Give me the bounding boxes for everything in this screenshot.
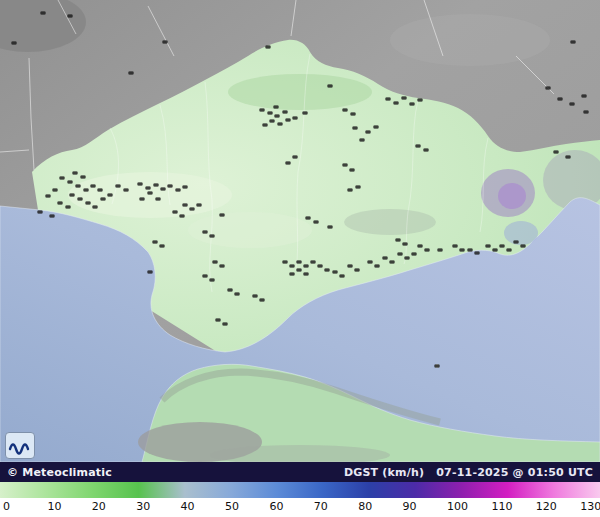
legend-tick-label: 70	[314, 500, 328, 513]
meteoclimatic-logo	[5, 432, 35, 459]
legend-tick-label: 40	[181, 500, 195, 513]
copyright-label: © Meteoclimatic	[7, 466, 112, 479]
legend-tick-label: 20	[92, 500, 106, 513]
legend-tick-label: 130	[580, 500, 600, 513]
product-label: DGST (km/h)	[344, 466, 424, 479]
map-canvas	[0, 0, 600, 462]
product-info: DGST (km/h) 07-11-2025 @ 01:50 UTC	[344, 466, 593, 479]
legend-tick-label: 50	[225, 500, 239, 513]
legend-gradient	[0, 482, 600, 498]
legend-tick-label: 110	[491, 500, 512, 513]
timestamp-label: 07-11-2025 @ 01:50 UTC	[436, 466, 593, 479]
legend-tick-label: 10	[47, 500, 61, 513]
legend-tick-label: 30	[136, 500, 150, 513]
wave-icon	[8, 437, 32, 455]
legend-tick-label: 60	[269, 500, 283, 513]
legend-ticks: 0102030405060708090100110120130	[0, 498, 600, 517]
legend-tick-label: 120	[536, 500, 557, 513]
alboran-island	[435, 364, 439, 368]
footer-bar: © Meteoclimatic DGST (km/h) 07-11-2025 @…	[0, 462, 600, 482]
map-image	[0, 0, 600, 462]
legend-tick-label: 0	[3, 500, 10, 513]
legend-tick-label: 90	[403, 500, 417, 513]
legend-tick-label: 100	[447, 500, 468, 513]
legend-tick-label: 80	[358, 500, 372, 513]
weather-map-screenshot: © Meteoclimatic DGST (km/h) 07-11-2025 @…	[0, 0, 600, 517]
